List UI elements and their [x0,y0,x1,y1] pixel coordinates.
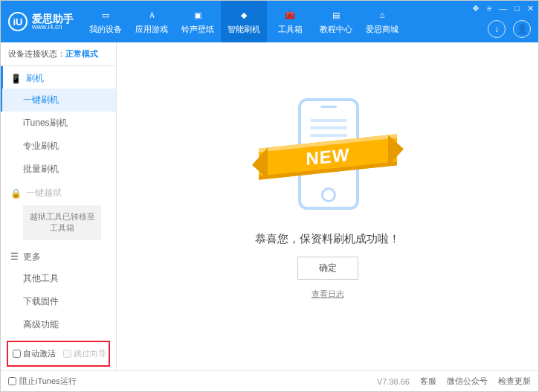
status-bar: 阻止iTunes运行 V7.98.66 客服 微信公众号 检查更新 [1,370,538,391]
maximize-icon[interactable]: □ [514,4,520,13]
check-update-link[interactable]: 检查更新 [498,376,531,387]
app-url: www.i4.cn [32,24,74,30]
jailbreak-moved-note: 越狱工具已转移至工具箱 [23,205,101,240]
logo: iU 爱思助手 www.i4.cn [8,12,74,31]
sidebar-item-download-firmware[interactable]: 下载固件 [1,290,116,313]
section-more[interactable]: ☰更多 [1,245,116,267]
logo-icon: iU [8,12,28,31]
ok-button[interactable]: 确定 [297,257,358,280]
nav-apps[interactable]: Ａ应用游戏 [129,1,175,42]
sidebar-item-advanced[interactable]: 高级功能 [1,313,116,336]
auto-activate-checkbox[interactable]: 自动激活 [13,348,56,359]
nav-store[interactable]: ⌂爱思商城 [359,1,405,42]
top-nav: ▭我的设备 Ａ应用游戏 ▣铃声壁纸 ◆智能刷机 🧰工具箱 ▤教程中心 ⌂爱思商城 [83,1,405,42]
support-link[interactable]: 客服 [420,376,436,387]
success-message: 恭喜您，保资料刷机成功啦！ [255,232,400,246]
nav-flash[interactable]: ◆智能刷机 [221,1,267,42]
sidebar-item-itunes-flash[interactable]: iTunes刷机 [1,112,116,135]
sidebar-item-pro-flash[interactable]: 专业刷机 [1,135,116,158]
window-controls: ❖ ≡ — □ ✕ [472,4,534,13]
phone-icon: 📱 [10,74,22,84]
menu-icon[interactable]: ≡ [487,4,491,13]
download-button[interactable]: ↓ [488,20,506,38]
block-itunes-checkbox[interactable]: 阻止iTunes运行 [8,376,77,387]
flash-options: 自动激活 跳过向导 [7,341,110,367]
connection-status: 设备连接状态：正常模式 [1,42,116,66]
lock-icon: 🔒 [10,188,22,199]
section-jailbreak: 🔒一键越狱 [1,181,116,203]
tutorial-icon: ▤ [329,8,343,22]
apps-icon: Ａ [144,8,159,22]
version-label: V7.98.66 [377,377,410,386]
wallpaper-icon: ▣ [190,8,205,22]
nav-tutorials[interactable]: ▤教程中心 [313,1,359,42]
minimize-icon[interactable]: — [499,4,507,13]
list-icon: ☰ [10,251,19,262]
sidebar: 设备连接状态：正常模式 📱刷机 一键刷机 iTunes刷机 专业刷机 批量刷机 … [1,42,117,370]
nav-toolbox[interactable]: 🧰工具箱 [267,1,313,42]
toolbox-icon: 🧰 [283,8,297,22]
app-header: iU 爱思助手 www.i4.cn ▭我的设备 Ａ应用游戏 ▣铃声壁纸 ◆智能刷… [1,1,538,42]
main-panel: NEW 恭喜您，保资料刷机成功啦！ 确定 查看日志 [117,42,538,370]
sidebar-item-oneclick-flash[interactable]: 一键刷机 [1,89,116,112]
user-button[interactable]: 👤 [513,20,531,38]
device-icon: ▭ [98,8,113,22]
skin-icon[interactable]: ❖ [472,4,480,13]
section-flash[interactable]: 📱刷机 [1,66,116,89]
sidebar-item-batch-flash[interactable]: 批量刷机 [1,158,116,181]
view-log-link[interactable]: 查看日志 [312,289,344,300]
nav-ringtones[interactable]: ▣铃声壁纸 [175,1,221,42]
store-icon: ⌂ [375,8,390,22]
nav-my-device[interactable]: ▭我的设备 [83,1,129,42]
success-illustration: NEW [265,98,391,217]
app-title: 爱思助手 [32,13,74,24]
skip-setup-checkbox[interactable]: 跳过向导 [63,348,106,359]
wechat-link[interactable]: 微信公众号 [447,376,488,387]
close-icon[interactable]: ✕ [527,4,534,13]
sidebar-item-other-tools[interactable]: 其他工具 [1,267,116,290]
flash-icon: ◆ [236,8,251,22]
